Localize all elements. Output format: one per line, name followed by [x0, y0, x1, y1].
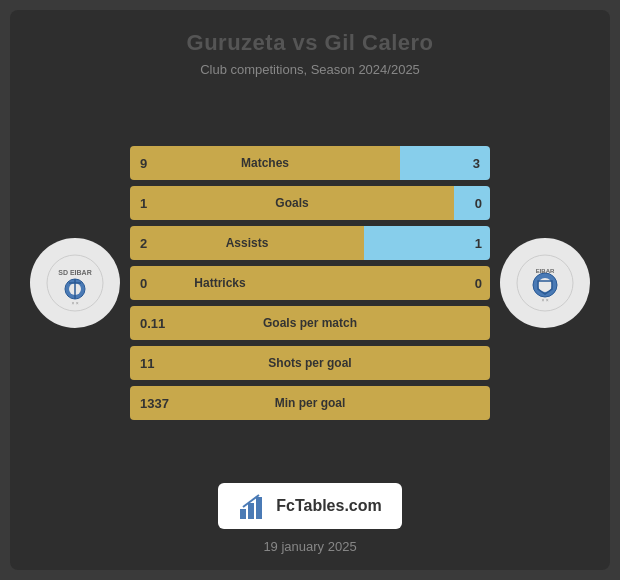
fctables-icon — [238, 491, 268, 521]
goals-per-match-label: Goals per match — [263, 316, 357, 330]
match-date: 19 january 2025 — [263, 539, 356, 554]
shots-per-goal-row: 11 Shots per goal — [130, 346, 490, 380]
assists-bar-left: 2 Assists — [130, 226, 364, 260]
svg-rect-12 — [240, 509, 246, 519]
matches-label: Matches — [241, 156, 289, 170]
min-per-goal-val: 1337 — [140, 396, 169, 411]
matches-val-left: 9 — [140, 156, 147, 171]
shots-per-goal-val: 11 — [140, 356, 154, 371]
svg-text:EIBAR: EIBAR — [536, 268, 555, 274]
svg-text:× ×: × × — [541, 297, 548, 303]
goals-val-right: 0 — [475, 196, 482, 211]
min-per-goal-label: Min per goal — [275, 396, 346, 410]
team-logo-left: SD EIBAR × × — [30, 238, 120, 328]
hattricks-label: Hattricks — [194, 276, 245, 290]
hattricks-val-right: 0 — [475, 276, 482, 291]
match-title: Guruzeta vs Gil Calero — [187, 30, 434, 56]
footer-logo-text: FcTables.com — [276, 497, 382, 515]
shots-per-goal-label: Shots per goal — [268, 356, 351, 370]
main-content: SD EIBAR × × 9 Matches 3 — [30, 95, 590, 471]
comparison-card: Guruzeta vs Gil Calero Club competitions… — [10, 10, 610, 570]
stats-container: 9 Matches 3 1 Goals 0 2 — [130, 146, 490, 420]
goals-per-match-row: 0.11 Goals per match — [130, 306, 490, 340]
svg-text:SD EIBAR: SD EIBAR — [58, 269, 91, 276]
matches-row: 9 Matches 3 — [130, 146, 490, 180]
matches-bar-left: 9 Matches — [130, 146, 400, 180]
goals-bar-right: 0 — [454, 186, 490, 220]
assists-row: 2 Assists 1 — [130, 226, 490, 260]
svg-text:× ×: × × — [71, 300, 78, 306]
assists-label: Assists — [226, 236, 269, 250]
hattricks-row: 0 Hattricks 0 — [130, 266, 490, 300]
footer-logo: FcTables.com — [218, 483, 402, 529]
goals-val-left: 1 — [140, 196, 147, 211]
min-per-goal-row: 1337 Min per goal — [130, 386, 490, 420]
match-subtitle: Club competitions, Season 2024/2025 — [200, 62, 420, 77]
goals-per-match-val: 0.11 — [140, 316, 165, 331]
goals-row: 1 Goals 0 — [130, 186, 490, 220]
matches-bar-right: 3 — [400, 146, 490, 180]
hattricks-bar-left: 0 Hattricks — [130, 266, 310, 300]
assists-val-left: 2 — [140, 236, 147, 251]
matches-val-right: 3 — [473, 156, 480, 171]
assists-val-right: 1 — [475, 236, 482, 251]
goals-bar-left: 1 Goals — [130, 186, 454, 220]
svg-rect-14 — [256, 497, 262, 519]
goals-label: Goals — [275, 196, 308, 210]
hattricks-bar-right: 0 — [310, 266, 490, 300]
team-logo-right: EIBAR × × — [500, 238, 590, 328]
svg-rect-13 — [248, 503, 254, 519]
assists-bar-right: 1 — [364, 226, 490, 260]
hattricks-val-left: 0 — [140, 276, 147, 291]
